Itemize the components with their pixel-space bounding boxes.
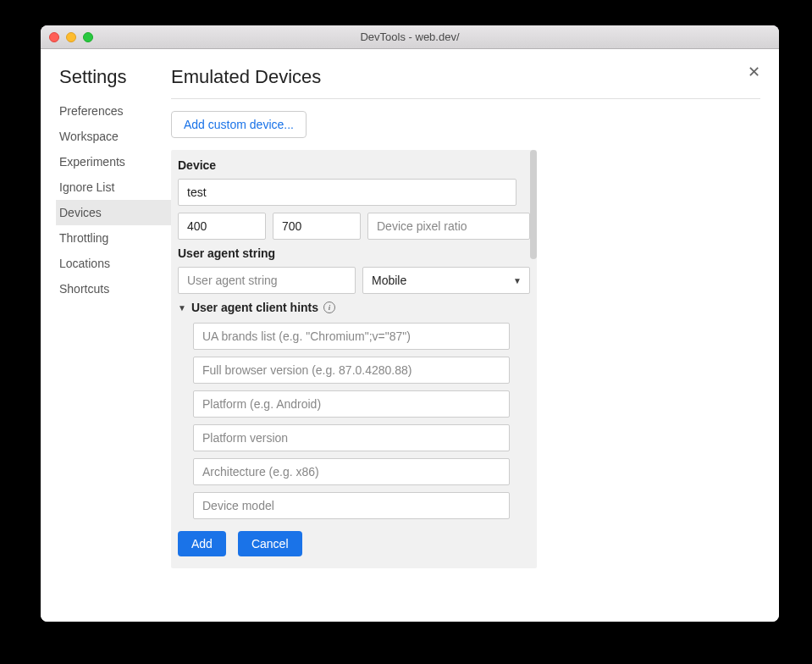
sidebar-item-experiments[interactable]: Experiments	[56, 149, 171, 174]
ua-brands-input[interactable]	[193, 323, 510, 350]
window: DevTools - web.dev/ Settings Preferences…	[41, 25, 779, 622]
sidebar-title: Settings	[59, 66, 171, 88]
client-hints-toggle[interactable]: ▼ User agent client hints i	[178, 301, 530, 314]
device-name-input[interactable]	[178, 179, 516, 206]
add-custom-device-button[interactable]: Add custom device...	[171, 111, 307, 138]
sidebar-item-ignore-list[interactable]: Ignore List	[56, 174, 171, 200]
sidebar-item-throttling[interactable]: Throttling	[56, 225, 171, 251]
ua-type-select[interactable]: Mobile	[362, 267, 530, 294]
platform-input[interactable]	[193, 390, 510, 418]
form-actions: Add Cancel	[178, 531, 530, 556]
platform-version-input[interactable]	[193, 424, 510, 451]
device-form: Device User agent string Mobile	[171, 150, 537, 568]
titlebar: DevTools - web.dev/	[41, 25, 779, 49]
divider	[171, 98, 760, 99]
width-input[interactable]	[178, 213, 266, 240]
dpr-input[interactable]	[367, 213, 530, 240]
content: Settings Preferences Workspace Experimen…	[41, 49, 779, 622]
sidebar-item-preferences[interactable]: Preferences	[56, 98, 171, 124]
page-title: Emulated Devices	[171, 66, 760, 88]
ua-type-select-wrap: Mobile ▼	[362, 267, 530, 294]
close-icon[interactable]: ✕	[748, 63, 760, 81]
sidebar-item-shortcuts[interactable]: Shortcuts	[56, 276, 171, 302]
device-label: Device	[178, 158, 530, 172]
sidebar-item-devices[interactable]: Devices	[56, 200, 171, 225]
sidebar-item-locations[interactable]: Locations	[56, 251, 171, 276]
full-browser-version-input[interactable]	[193, 357, 510, 384]
main: ✕ Emulated Devices Add custom device... …	[171, 66, 760, 622]
height-input[interactable]	[273, 213, 361, 240]
disclosure-triangle-icon: ▼	[178, 303, 186, 313]
window-title: DevTools - web.dev/	[41, 30, 779, 43]
info-icon[interactable]: i	[323, 302, 335, 313]
minimize-window-button[interactable]	[66, 32, 76, 42]
add-button[interactable]: Add	[178, 531, 226, 556]
cancel-button[interactable]: Cancel	[238, 531, 302, 556]
maximize-window-button[interactable]	[83, 32, 93, 42]
ua-label: User agent string	[178, 246, 530, 260]
traffic-lights	[49, 32, 93, 42]
client-hints-section	[178, 323, 530, 526]
device-model-input[interactable]	[193, 492, 510, 519]
scrollbar[interactable]	[530, 150, 537, 259]
client-hints-label: User agent client hints	[191, 301, 318, 314]
ua-string-input[interactable]	[178, 267, 356, 294]
architecture-input[interactable]	[193, 458, 510, 485]
sidebar-item-workspace[interactable]: Workspace	[56, 124, 171, 149]
sidebar: Settings Preferences Workspace Experimen…	[59, 66, 171, 622]
close-window-button[interactable]	[49, 32, 59, 42]
